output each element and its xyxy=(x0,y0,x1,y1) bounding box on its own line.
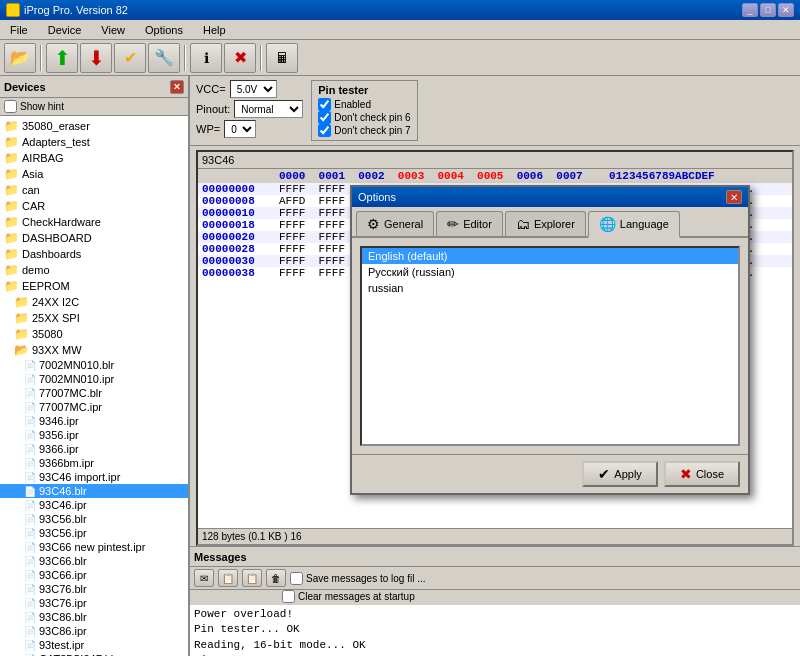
close-button[interactable]: ✖ Close xyxy=(664,461,740,487)
editor-icon: ✏ xyxy=(447,216,459,232)
tab-explorer-label: Explorer xyxy=(534,218,575,230)
dialog-footer: ✔ Apply ✖ Close xyxy=(352,454,748,493)
general-icon: ⚙ xyxy=(367,216,380,232)
dialog-content: English (default) Русский (russian) russ… xyxy=(352,238,748,454)
lang-english[interactable]: English (default) xyxy=(362,248,738,264)
language-list[interactable]: English (default) Русский (russian) russ… xyxy=(360,246,740,446)
close-btn-icon: ✖ xyxy=(680,466,692,482)
tab-editor-label: Editor xyxy=(463,218,492,230)
explorer-icon: 🗂 xyxy=(516,216,530,232)
tab-language[interactable]: 🌐 Language xyxy=(588,211,680,238)
dialog-close-btn[interactable]: ✕ xyxy=(726,190,742,204)
dialog-tabs: ⚙ General ✏ Editor 🗂 Explorer 🌐 Language xyxy=(352,207,748,238)
lang-english-label: English (default) xyxy=(368,250,448,262)
tab-general[interactable]: ⚙ General xyxy=(356,211,434,236)
apply-label: Apply xyxy=(614,468,642,480)
options-dialog: Options ✕ ⚙ General ✏ Editor 🗂 Explorer … xyxy=(350,185,750,495)
tab-editor[interactable]: ✏ Editor xyxy=(436,211,503,236)
apply-icon: ✔ xyxy=(598,466,610,482)
language-icon: 🌐 xyxy=(599,216,616,232)
dialog-overlay: Options ✕ ⚙ General ✏ Editor 🗂 Explorer … xyxy=(0,0,800,656)
tab-explorer[interactable]: 🗂 Explorer xyxy=(505,211,586,236)
lang-russian-cyrillic-label: Русский (russian) xyxy=(368,266,455,278)
tab-general-label: General xyxy=(384,218,423,230)
apply-button[interactable]: ✔ Apply xyxy=(582,461,658,487)
lang-russian[interactable]: russian xyxy=(362,280,738,296)
close-label: Close xyxy=(696,468,724,480)
lang-russian-label: russian xyxy=(368,282,403,294)
dialog-title-bar: Options ✕ xyxy=(352,187,748,207)
tab-language-label: Language xyxy=(620,218,669,230)
dialog-title-text: Options xyxy=(358,191,396,203)
lang-russian-cyrillic[interactable]: Русский (russian) xyxy=(362,264,738,280)
